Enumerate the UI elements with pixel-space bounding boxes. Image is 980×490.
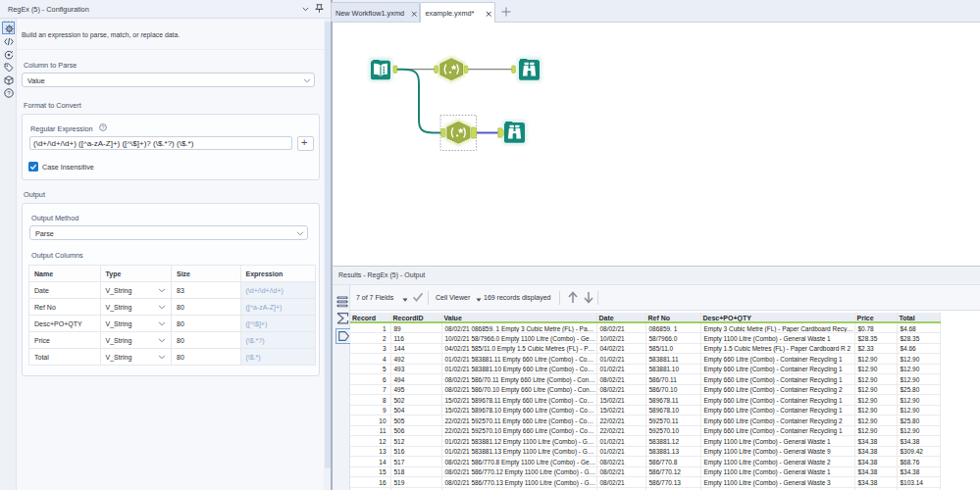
svg-text:?: ? (7, 90, 11, 96)
svg-text:?: ? (102, 124, 105, 130)
